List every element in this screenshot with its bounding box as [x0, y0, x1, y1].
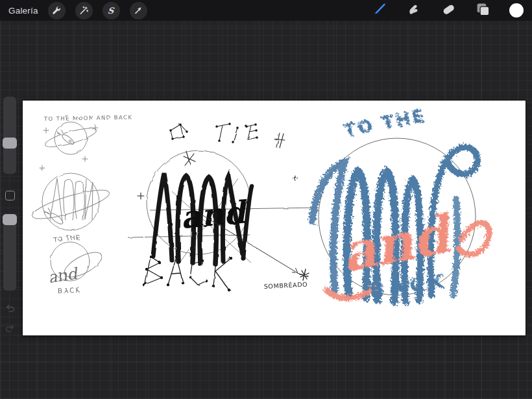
- ink-draft-group: and SOMBREADO: [128, 123, 319, 291]
- pencil-big-planet: [42, 173, 99, 230]
- redo-button[interactable]: [4, 322, 16, 335]
- sparkle: [82, 156, 88, 162]
- guide-line: [128, 235, 250, 237]
- sparkle: [138, 193, 144, 199]
- toolbar-left-group: Galería S: [0, 2, 147, 19]
- sombreado-note: SOMBREADO: [264, 280, 308, 290]
- transform-button[interactable]: [130, 2, 147, 19]
- selection-s-icon: S: [108, 6, 115, 16]
- smudge-icon: [407, 2, 422, 19]
- paint-button[interactable]: [372, 3, 387, 18]
- modify-button[interactable]: [5, 191, 15, 200]
- sparkle: [93, 125, 98, 130]
- redo-icon: [4, 326, 16, 337]
- star-sketch: [184, 151, 195, 165]
- constellation-to-the: [169, 123, 258, 143]
- pencil-sketch-group: TO THE MOON AND BACK: [30, 114, 133, 295]
- color-tothe-text: TO THE: [342, 105, 428, 141]
- pencil-and-script: and: [47, 265, 80, 287]
- layers-icon: [476, 2, 490, 19]
- selection-button[interactable]: S: [103, 2, 120, 19]
- erase-button[interactable]: [441, 3, 456, 18]
- brush-size-slider-handle[interactable]: [3, 138, 17, 149]
- actions-button[interactable]: [48, 2, 66, 19]
- brush-size-slider[interactable]: [3, 97, 16, 174]
- hash-sketch: [274, 133, 285, 148]
- sparkle: [293, 176, 298, 180]
- transform-arrow-icon: [133, 5, 143, 16]
- top-toolbar: Galería S: [0, 0, 532, 21]
- color-disc-icon[interactable]: [509, 3, 524, 18]
- toolbar-right-group: [372, 3, 532, 18]
- opacity-slider[interactable]: [3, 214, 16, 291]
- gallery-button[interactable]: Galería: [8, 6, 38, 16]
- adjustments-button[interactable]: [75, 2, 93, 19]
- star-sketch-small: [298, 269, 309, 280]
- opacity-slider-handle[interactable]: [3, 214, 17, 225]
- wrench-icon: [51, 5, 62, 16]
- smudge-button[interactable]: [406, 3, 422, 18]
- color-draft-group: TO THE and BACK: [312, 105, 489, 302]
- sparkle: [43, 128, 49, 133]
- sparkle: [40, 165, 45, 171]
- ink-and-script: and: [179, 193, 250, 236]
- eraser-icon: [441, 2, 456, 19]
- brush-icon: [372, 1, 387, 19]
- pencil-back-text: BACK: [58, 286, 82, 295]
- undo-button[interactable]: [4, 302, 16, 315]
- magic-wand-icon: [79, 5, 89, 16]
- pencil-tothe-text: TO THE: [53, 234, 80, 243]
- drawing-canvas[interactable]: TO THE MOON AND BACK: [23, 101, 526, 335]
- constellation-back: [143, 253, 232, 291]
- layers-button[interactable]: [475, 3, 490, 18]
- undo-icon: [4, 306, 16, 317]
- pencil-title-text: TO THE MOON AND BACK: [43, 114, 133, 122]
